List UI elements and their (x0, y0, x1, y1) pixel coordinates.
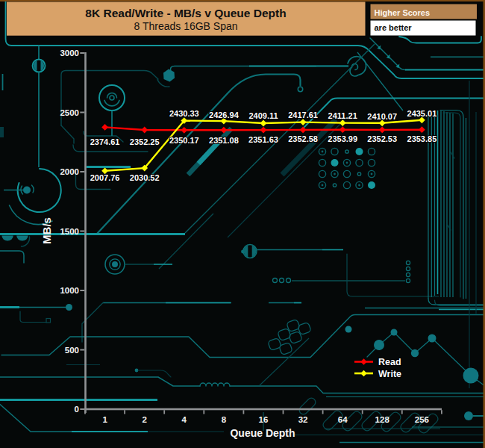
svg-text:2409.11: 2409.11 (248, 111, 278, 120)
svg-text:MB/s: MB/s (40, 217, 53, 244)
svg-text:2352.53: 2352.53 (367, 134, 397, 143)
svg-text:256: 256 (415, 415, 429, 424)
svg-text:16: 16 (259, 415, 269, 424)
svg-text:2353.85: 2353.85 (407, 134, 437, 143)
svg-text:2500: 2500 (60, 108, 79, 117)
svg-text:4: 4 (182, 415, 187, 424)
svg-text:2417.61: 2417.61 (288, 111, 318, 119)
svg-text:500: 500 (65, 346, 79, 355)
svg-text:1000: 1000 (60, 286, 79, 295)
svg-text:are better: are better (375, 23, 413, 32)
svg-text:32: 32 (298, 415, 308, 424)
svg-text:Queue Depth: Queue Depth (230, 427, 295, 439)
svg-text:2353.99: 2353.99 (328, 134, 357, 143)
svg-text:2351.63: 2351.63 (248, 135, 278, 144)
svg-text:2410.07: 2410.07 (367, 112, 397, 121)
svg-text:Higher Scores: Higher Scores (375, 8, 431, 17)
svg-text:2352.25: 2352.25 (130, 137, 160, 146)
svg-text:2351.08: 2351.08 (209, 136, 239, 145)
svg-text:2374.61: 2374.61 (90, 137, 120, 146)
svg-text:2000: 2000 (60, 167, 79, 176)
svg-text:2435.01: 2435.01 (407, 109, 437, 118)
svg-text:1500: 1500 (60, 227, 79, 236)
svg-text:1: 1 (102, 415, 107, 424)
svg-text:2007.76: 2007.76 (90, 173, 120, 182)
svg-text:64: 64 (338, 415, 348, 424)
svg-text:0: 0 (75, 405, 79, 414)
svg-text:2426.94: 2426.94 (209, 111, 240, 119)
svg-text:2350.17: 2350.17 (169, 136, 199, 145)
svg-text:Read: Read (378, 357, 401, 367)
svg-text:3000: 3000 (60, 49, 79, 57)
svg-text:8K Read/Write - MB/s v Queue D: 8K Read/Write - MB/s v Queue Depth (85, 7, 286, 19)
svg-text:2: 2 (142, 415, 146, 424)
svg-text:8 Threads 16GB Span: 8 Threads 16GB Span (134, 20, 237, 32)
svg-text:2411.21: 2411.21 (328, 111, 357, 120)
svg-text:8: 8 (222, 415, 227, 424)
svg-text:2030.52: 2030.52 (130, 173, 160, 182)
svg-text:2430.33: 2430.33 (169, 109, 199, 118)
svg-text:Write: Write (378, 369, 401, 379)
svg-text:128: 128 (375, 415, 390, 424)
svg-text:2352.58: 2352.58 (288, 134, 318, 143)
